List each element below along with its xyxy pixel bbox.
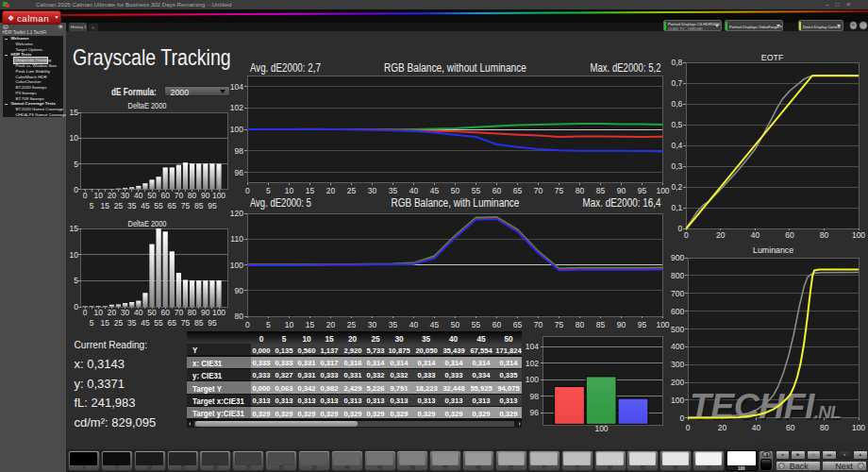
svg-text:104: 104 [230, 82, 243, 92]
svg-text:100: 100 [852, 230, 865, 240]
svg-text:60: 60 [492, 186, 502, 195]
svg-text:10: 10 [285, 320, 294, 329]
svg-text:300: 300 [671, 360, 684, 369]
svg-text:80: 80 [820, 230, 829, 240]
svg-text:800: 800 [671, 271, 684, 280]
svg-text:30: 30 [368, 186, 377, 195]
svg-text:700: 700 [671, 289, 684, 298]
svg-text:15: 15 [70, 108, 79, 117]
svg-text:65: 65 [168, 318, 177, 328]
svg-text:40: 40 [409, 320, 419, 329]
svg-text:75: 75 [181, 201, 191, 211]
svg-text:30: 30 [121, 308, 130, 317]
svg-text:5: 5 [90, 201, 94, 211]
svg-text:10: 10 [70, 250, 79, 260]
svg-text:55: 55 [154, 318, 163, 328]
svg-text:65: 65 [513, 186, 523, 195]
svg-text:90: 90 [617, 186, 626, 195]
svg-text:30: 30 [121, 191, 130, 200]
svg-text:85: 85 [596, 320, 606, 329]
svg-text:0: 0 [679, 413, 684, 423]
svg-text:45: 45 [141, 318, 150, 328]
svg-text:30: 30 [368, 320, 377, 329]
svg-text:0: 0 [245, 186, 250, 195]
svg-text:70: 70 [534, 186, 543, 195]
svg-text:35: 35 [127, 201, 137, 211]
svg-text:100: 100 [671, 396, 684, 405]
svg-text:20: 20 [108, 308, 117, 317]
svg-text:35: 35 [389, 186, 398, 195]
svg-text:600: 600 [671, 307, 684, 316]
svg-text:50: 50 [147, 308, 157, 317]
svg-text:25: 25 [114, 318, 124, 328]
svg-text:100: 100 [656, 186, 669, 195]
svg-text:120: 120 [230, 209, 243, 218]
svg-text:85: 85 [194, 318, 204, 328]
svg-text:5: 5 [90, 318, 94, 328]
svg-text:45: 45 [430, 320, 440, 329]
svg-text:75: 75 [555, 186, 564, 195]
svg-text:0,1: 0,1 [671, 203, 682, 212]
svg-text:0,6: 0,6 [671, 99, 682, 109]
svg-text:60: 60 [492, 320, 502, 329]
svg-text:40: 40 [409, 186, 419, 195]
svg-text:60: 60 [785, 230, 794, 240]
svg-text:20: 20 [326, 186, 336, 195]
svg-text:10: 10 [93, 191, 103, 200]
svg-text:90: 90 [201, 191, 210, 200]
svg-text:0,8: 0,8 [671, 58, 682, 67]
svg-text:0: 0 [83, 308, 88, 317]
svg-text:15: 15 [70, 224, 79, 233]
svg-text:15: 15 [101, 318, 110, 328]
svg-text:55: 55 [472, 186, 481, 195]
svg-text:25: 25 [347, 320, 357, 329]
svg-text:98: 98 [234, 146, 243, 156]
svg-text:0,2: 0,2 [671, 182, 682, 192]
svg-text:65: 65 [513, 320, 523, 329]
svg-text:25: 25 [347, 186, 357, 195]
svg-text:200: 200 [671, 378, 684, 387]
svg-text:95: 95 [208, 318, 217, 328]
svg-text:400: 400 [671, 342, 684, 351]
svg-text:70: 70 [175, 191, 184, 200]
svg-text:100: 100 [526, 375, 539, 384]
svg-text:98: 98 [530, 392, 540, 401]
svg-text:15: 15 [306, 320, 315, 329]
svg-text:50: 50 [451, 186, 460, 195]
svg-text:85: 85 [194, 201, 204, 211]
svg-text:70: 70 [175, 308, 184, 317]
svg-text:100: 100 [852, 423, 865, 432]
svg-text:90: 90 [201, 308, 210, 317]
svg-text:80: 80 [576, 186, 585, 195]
svg-text:100: 100 [656, 320, 669, 329]
svg-text:85: 85 [596, 186, 606, 195]
svg-text:100: 100 [230, 125, 243, 134]
svg-text:Luminance: Luminance [753, 245, 793, 255]
svg-text:20: 20 [108, 191, 117, 200]
svg-text:90: 90 [234, 286, 243, 295]
svg-text:5: 5 [266, 320, 271, 329]
svg-text:60: 60 [160, 308, 170, 317]
svg-text:40: 40 [134, 191, 143, 200]
svg-text:40: 40 [751, 230, 760, 240]
svg-text:50: 50 [451, 320, 460, 329]
svg-text:102: 102 [230, 103, 243, 112]
svg-text:Max. dE2000: 5,2: Max. dE2000: 5,2 [591, 61, 661, 75]
svg-text:500: 500 [671, 325, 684, 334]
svg-text:110: 110 [230, 234, 243, 244]
svg-text:10: 10 [285, 186, 294, 195]
svg-text:DeltaE 2000: DeltaE 2000 [128, 218, 167, 228]
svg-text:80: 80 [576, 320, 585, 329]
svg-text:35: 35 [389, 320, 398, 329]
svg-text:15: 15 [101, 201, 110, 211]
svg-text:0,4: 0,4 [671, 141, 682, 150]
svg-text:80: 80 [188, 191, 197, 200]
svg-text:Max. dE2000: 16,4: Max. dE2000: 16,4 [583, 196, 661, 210]
svg-text:95: 95 [638, 186, 647, 195]
svg-text:55: 55 [472, 320, 481, 329]
svg-text:900: 900 [671, 253, 684, 262]
svg-text:60: 60 [160, 191, 170, 200]
svg-text:75: 75 [555, 320, 564, 329]
svg-text:20: 20 [326, 320, 336, 329]
svg-text:0: 0 [245, 320, 250, 329]
